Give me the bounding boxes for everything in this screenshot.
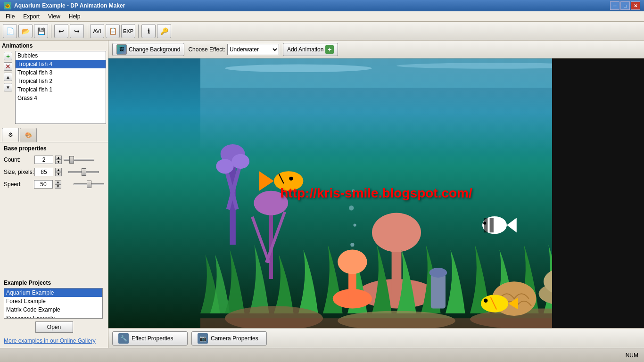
svg-point-55 [353,223,356,226]
size-slider[interactable] [68,171,99,173]
count-input[interactable] [34,156,53,164]
toolbar-clipboard-button[interactable]: 📋 [106,24,120,38]
project-item-aquarium[interactable]: Aquarium Example [4,288,102,297]
project-item-seascape[interactable]: Seascape Example [4,314,102,319]
svg-rect-50 [348,264,356,299]
svg-marker-10 [259,171,274,191]
camera-properties-button[interactable]: 📷 Camera Properties [191,331,267,346]
toolbar-export2-button[interactable]: EXP [121,24,135,38]
speed-input[interactable] [34,180,53,189]
move-down-button[interactable]: ▼ [4,83,12,91]
toolbar-separator-2 [87,25,87,38]
size-up-spinner[interactable]: ▲ [55,168,62,172]
svg-point-54 [350,243,354,247]
menu-help[interactable]: Help [65,12,84,21]
toolbar-save-button[interactable]: 💾 [34,24,48,38]
speed-input-container: ▲ ▼ [34,180,104,189]
effect-select[interactable]: Underwater Forest Matrix Seascape None [227,44,279,55]
statusbar: NUM [0,348,644,362]
toolbar-open-button[interactable]: 📂 [18,24,33,38]
anim-item-grass-4[interactable]: Grass 4 [16,94,106,102]
toolbar-undo-button[interactable]: ↩ [54,24,68,38]
example-projects-title: Example Projects [4,280,104,286]
speed-label: Speed: [4,181,34,188]
toolbar-license-button[interactable]: 🔑 [157,24,171,38]
svg-rect-34 [490,218,494,232]
projects-list: Aquarium Example Forest Example Matrix C… [4,288,103,319]
count-up-spinner[interactable]: ▲ [55,156,62,160]
toolbar: 📄 📂 💾 ↩ ↪ AVI 📋 EXP ℹ 🔑 [0,22,644,41]
num-indicator: NUM [626,352,638,359]
open-button[interactable]: Open [35,321,73,333]
add-animation-list-button[interactable]: + [4,52,12,60]
titlebar-left: 🐠 Aquarium Example - DP Animation Maker [4,2,125,9]
menubar: File Export View Help [0,11,644,22]
add-animation-button[interactable]: Add Animation + [283,43,338,56]
anim-item-bubbles[interactable]: Bubbles [16,51,106,60]
titlebar: 🐠 Aquarium Example - DP Animation Maker … [0,0,644,11]
main-area: Animations + ✕ ▲ ▼ Bubbles Tropical fish… [0,41,644,348]
svg-rect-4 [225,171,239,210]
project-item-matrix[interactable]: Matrix Code Example [4,305,102,314]
animations-list: Bubbles Tropical fish 4 Tropical fish 3 … [15,51,106,124]
toolbar-redo-button[interactable]: ↪ [70,24,84,38]
speed-slider[interactable] [74,183,104,185]
count-slider[interactable] [64,159,94,161]
animations-header: Animations [2,42,106,49]
project-item-forest[interactable]: Forest Example [4,297,102,305]
svg-point-51 [338,250,367,274]
toolbar-separator-3 [138,25,139,38]
menu-export[interactable]: Export [19,12,43,21]
count-label: Count: [4,156,34,163]
titlebar-app-icon: 🐠 [4,2,11,9]
svg-point-11 [289,177,293,181]
camera-properties-label: Camera Properties [211,335,258,342]
count-row: Count: ▲ ▼ [4,156,104,164]
watermark-text: http://kris-smile.blogspot.com/ [280,186,472,201]
base-properties-title: Base properties [4,145,104,152]
svg-point-8 [232,154,249,169]
minimize-button[interactable]: ─ [610,1,619,10]
anim-item-tropical-fish-1[interactable]: Tropical fish 1 [16,85,106,94]
anim-item-tropical-fish-3[interactable]: Tropical fish 3 [16,68,106,77]
speed-up-spinner[interactable]: ▲ [55,180,61,184]
svg-point-47 [484,299,487,303]
speed-row: Speed: ▲ ▼ [4,180,104,189]
toolbar-export-avi-button[interactable]: AVI [90,24,104,38]
size-down-spinner[interactable]: ▼ [55,172,62,176]
tab-palette[interactable]: 🎨 [20,128,37,142]
svg-point-53 [429,268,447,278]
close-button[interactable]: ✕ [631,1,640,10]
speed-spinners: ▲ ▼ [55,180,61,189]
count-spinners: ▲ ▼ [55,156,62,164]
palette-icon: 🎨 [25,132,32,139]
anim-item-tropical-fish-4[interactable]: Tropical fish 4 [16,60,106,68]
svg-point-7 [216,159,233,173]
tab-settings[interactable]: ⚙ [2,128,19,142]
svg-point-32 [482,216,507,234]
bottom-toolbar: 🔧 Effect Properties 📷 Camera Properties [108,328,644,348]
count-down-spinner[interactable]: ▼ [55,160,62,164]
maximize-button[interactable]: □ [620,1,630,10]
change-background-button[interactable]: 🖼 Change Background [112,43,184,56]
content-area: 🖼 Change Background Choose Effect: Under… [108,41,644,348]
animations-side-buttons: + ✕ ▲ ▼ [4,51,13,124]
menu-file[interactable]: File [2,12,18,21]
animations-list-container: + ✕ ▲ ▼ Bubbles Tropical fish 4 Tropical… [4,51,106,124]
menu-view[interactable]: View [44,12,64,21]
effect-properties-button[interactable]: 🔧 Effect Properties [112,331,188,346]
anim-item-tropical-fish-2[interactable]: Tropical fish 2 [16,77,106,85]
toolbar-new-button[interactable]: 📄 [3,24,17,38]
move-up-button[interactable]: ▲ [4,73,12,81]
svg-line-12 [279,173,283,183]
svg-rect-3 [230,156,235,245]
camera-properties-icon: 📷 [198,333,208,344]
size-input[interactable] [34,168,53,176]
titlebar-title: Aquarium Example - DP Animation Maker [14,2,125,9]
dark-right-border [552,58,644,328]
speed-down-spinner[interactable]: ▼ [55,184,61,189]
content-toolbar: 🖼 Change Background Choose Effect: Under… [108,41,644,58]
toolbar-info-button[interactable]: ℹ [141,24,156,38]
gallery-link[interactable]: More examples in our Online Gallery [4,336,104,346]
remove-animation-button[interactable]: ✕ [4,62,12,71]
